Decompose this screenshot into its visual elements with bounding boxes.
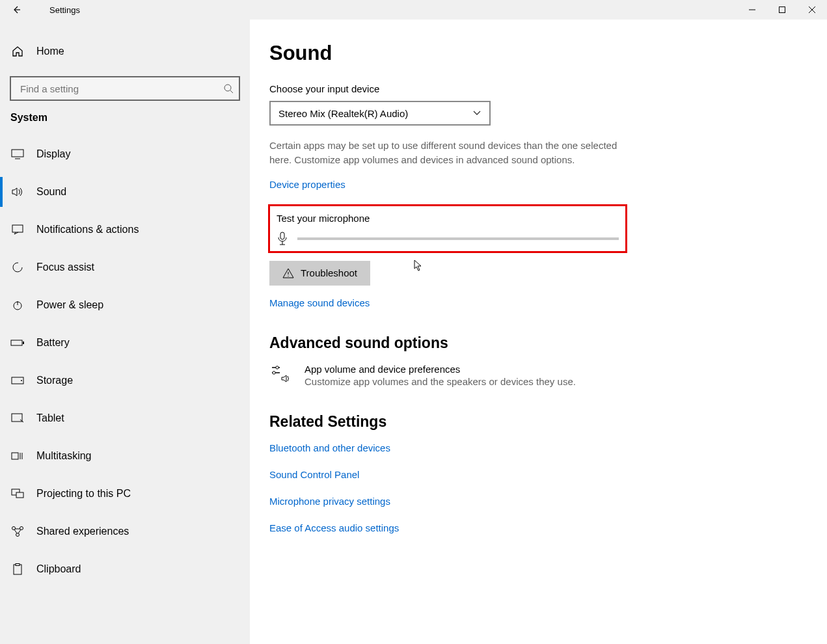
- pref-title: App volume and device preferences: [305, 364, 576, 375]
- sidebar-item-label: Multitasking: [36, 450, 91, 462]
- sidebar-item-label: Clipboard: [36, 563, 81, 575]
- manage-sound-devices-link[interactable]: Manage sound devices: [269, 297, 370, 308]
- sidebar-item-focus[interactable]: Focus assist: [0, 248, 250, 286]
- power-icon: [10, 299, 25, 311]
- svg-rect-16: [14, 565, 21, 574]
- troubleshoot-label: Troubleshoot: [301, 267, 357, 278]
- svg-point-14: [20, 527, 23, 530]
- sidebar-item-label: Tablet: [36, 412, 64, 424]
- svg-rect-0: [780, 7, 785, 13]
- svg-rect-12: [16, 492, 23, 498]
- sidebar: Home System Display Sound Notifications …: [0, 20, 250, 644]
- svg-rect-17: [16, 564, 20, 566]
- shared-icon: [10, 526, 25, 537]
- mic-level-row: [277, 232, 619, 246]
- svg-point-1: [224, 85, 231, 91]
- search-input[interactable]: [20, 83, 223, 94]
- mic-level-bar: [297, 237, 619, 240]
- app-volume-icon: [269, 364, 291, 383]
- sidebar-item-label: Storage: [36, 375, 73, 386]
- maximize-icon: [778, 6, 786, 14]
- input-device-dropdown[interactable]: Stereo Mix (Realtek(R) Audio): [269, 101, 491, 126]
- sound-icon: [10, 187, 25, 197]
- svg-rect-10: [12, 453, 18, 459]
- warning-icon: [282, 268, 294, 278]
- search-box[interactable]: [10, 77, 239, 100]
- device-properties-link[interactable]: Device properties: [269, 179, 346, 190]
- svg-rect-5: [11, 340, 22, 345]
- svg-rect-18: [280, 232, 284, 239]
- titlebar: Settings: [0, 0, 827, 20]
- sidebar-item-label: Shared experiences: [36, 526, 129, 537]
- related-link-bluetooth[interactable]: Bluetooth and other devices: [269, 442, 801, 453]
- svg-point-13: [12, 527, 16, 530]
- focus-icon: [10, 262, 25, 273]
- test-microphone-highlight: Test your microphone: [268, 204, 627, 253]
- content-area: Sound Choose your input device Stereo Mi…: [250, 20, 827, 644]
- sidebar-item-label: Sound: [36, 186, 66, 198]
- sidebar-item-label: Projecting to this PC: [36, 488, 131, 500]
- sidebar-item-display[interactable]: Display: [0, 135, 250, 173]
- sidebar-item-shared[interactable]: Shared experiences: [0, 513, 250, 550]
- related-link-ease-access[interactable]: Ease of Access audio settings: [269, 522, 801, 533]
- related-link-mic-privacy[interactable]: Microphone privacy settings: [269, 496, 801, 507]
- projecting-icon: [10, 489, 25, 499]
- minimize-icon: [748, 6, 756, 14]
- close-button[interactable]: [797, 0, 827, 20]
- troubleshoot-button[interactable]: Troubleshoot: [269, 261, 370, 286]
- sidebar-item-multitasking[interactable]: Multitasking: [0, 437, 250, 475]
- minimize-button[interactable]: [737, 0, 767, 20]
- svg-point-15: [16, 533, 20, 537]
- notifications-icon: [10, 224, 25, 235]
- clipboard-icon: [10, 563, 25, 575]
- chevron-down-icon: [472, 110, 481, 116]
- svg-rect-9: [12, 414, 22, 422]
- sidebar-item-notifications[interactable]: Notifications & actions: [0, 211, 250, 248]
- sidebar-item-label: Notifications & actions: [36, 224, 139, 235]
- battery-icon: [10, 338, 25, 347]
- sidebar-item-clipboard[interactable]: Clipboard: [0, 550, 250, 588]
- sidebar-item-power[interactable]: Power & sleep: [0, 286, 250, 324]
- sidebar-item-battery[interactable]: Battery: [0, 324, 250, 362]
- input-device-label: Choose your input device: [269, 83, 801, 94]
- window-title: Settings: [33, 5, 80, 15]
- sidebar-item-tablet[interactable]: Tablet: [0, 399, 250, 437]
- app-volume-pref[interactable]: App volume and device preferences Custom…: [269, 364, 801, 387]
- sidebar-item-label: Power & sleep: [36, 299, 103, 311]
- multitasking-icon: [10, 451, 25, 461]
- test-microphone-label: Test your microphone: [277, 213, 619, 224]
- back-button[interactable]: [0, 5, 33, 15]
- svg-rect-6: [23, 342, 24, 344]
- related-link-control-panel[interactable]: Sound Control Panel: [269, 469, 801, 480]
- home-nav[interactable]: Home: [0, 33, 250, 70]
- page-title: Sound: [269, 42, 801, 65]
- search-icon: [223, 83, 234, 94]
- display-icon: [10, 149, 25, 159]
- sidebar-item-label: Focus assist: [36, 262, 94, 273]
- svg-rect-3: [12, 225, 23, 232]
- sidebar-item-label: Display: [36, 148, 70, 160]
- related-links: Bluetooth and other devices Sound Contro…: [269, 442, 801, 533]
- dropdown-selected: Stereo Mix (Realtek(R) Audio): [278, 108, 408, 119]
- sidebar-item-projecting[interactable]: Projecting to this PC: [0, 475, 250, 513]
- maximize-button[interactable]: [767, 0, 797, 20]
- related-heading: Related Settings: [269, 413, 801, 431]
- sidebar-item-label: Battery: [36, 337, 70, 349]
- sidebar-item-storage[interactable]: Storage: [0, 362, 250, 399]
- pref-subtitle: Customize app volumes and the speakers o…: [305, 376, 576, 387]
- svg-point-8: [21, 380, 22, 381]
- svg-point-20: [273, 371, 275, 373]
- home-label: Home: [36, 46, 64, 57]
- sidebar-item-sound[interactable]: Sound: [0, 173, 250, 211]
- back-arrow-icon: [11, 5, 21, 15]
- svg-point-19: [276, 366, 278, 368]
- home-icon: [10, 46, 25, 57]
- storage-icon: [10, 376, 25, 385]
- advanced-heading: Advanced sound options: [269, 334, 801, 352]
- tablet-icon: [10, 413, 25, 423]
- category-heading: System: [0, 112, 250, 135]
- close-icon: [808, 6, 816, 14]
- microphone-icon: [277, 232, 288, 246]
- svg-rect-2: [12, 150, 23, 157]
- input-device-description: Certain apps may be set up to use differ…: [269, 139, 634, 167]
